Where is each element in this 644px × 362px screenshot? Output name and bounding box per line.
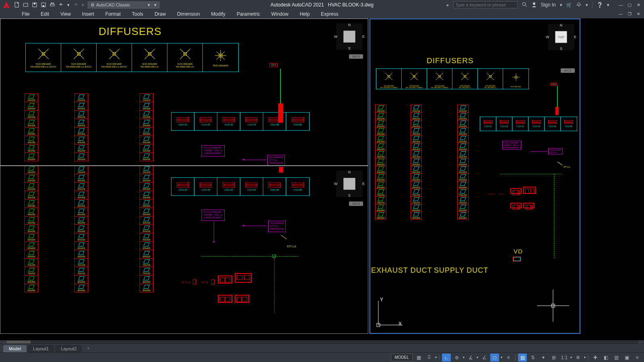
duct-column-r2: 150x150200x200250x250300x300350x350400x4…	[411, 105, 422, 219]
annotation-monitor-icon[interactable]: ◧	[601, 354, 610, 362]
ef-unit	[235, 273, 252, 283]
duct-column-3b: 150x150200x200250x250300x300350x350400x4…	[140, 166, 153, 292]
lineweight-icon[interactable]: ≡	[504, 354, 513, 362]
diffusers-heading: DIFFUSERS	[427, 56, 474, 65]
wcs-badge[interactable]: WCS	[349, 202, 363, 206]
menu-draw[interactable]: Draw	[149, 10, 171, 18]
search-icon[interactable]	[522, 2, 527, 8]
flow-label: 677 L/s	[287, 245, 296, 248]
quickprops-icon[interactable]: ▣	[622, 354, 631, 362]
gear-icon[interactable]: ✲	[574, 354, 582, 362]
save-icon[interactable]	[31, 2, 38, 8]
wcs-badge[interactable]: WCS	[349, 54, 363, 59]
tab-layout1[interactable]: Layout1	[27, 345, 54, 352]
osnap2-icon[interactable]: □	[490, 354, 499, 362]
transparency-icon[interactable]: ▤	[518, 354, 527, 362]
duct-column-3: 150x150200x200250x250300x300350x350400x4…	[140, 93, 153, 161]
user-icon[interactable]	[531, 2, 537, 8]
minimize-icon[interactable]: —	[617, 2, 625, 8]
menu-parametric[interactable]: Parametric	[231, 10, 266, 18]
sr-annotation: SR 800X250677 L/s	[548, 148, 563, 154]
undo-dropdown-icon[interactable]: ▾	[67, 2, 70, 8]
svg-rect-4	[43, 5, 44, 7]
customize-icon[interactable]: ≡	[633, 354, 642, 362]
viewport-top-left[interactable]: DIFFUSERS SCD 600x600NS #200-000 L/s EAC…	[0, 19, 368, 166]
duct-column-r1: 150x150200x200250x250300x300350x350400x4…	[375, 105, 386, 219]
open-icon[interactable]	[23, 2, 29, 8]
menu-edit[interactable]: Edit	[35, 10, 55, 18]
duct-column-r3: 150x150200x200250x250300x300350x350400x4…	[457, 105, 469, 219]
help-icon[interactable]: ❔	[597, 2, 603, 8]
redo-dropdown-icon[interactable]: ▾	[81, 2, 85, 8]
menu-format[interactable]: Format	[100, 10, 126, 18]
duct-line	[280, 69, 281, 105]
menu-window[interactable]: Window	[266, 10, 294, 18]
units-icon[interactable]: ▥	[612, 354, 621, 362]
svg-line-8	[525, 5, 527, 7]
workspace-selector[interactable]: ⚙ AutoCAD Classic ▾ ▾	[88, 2, 159, 8]
tab-layout2[interactable]: Layout2	[55, 345, 82, 352]
new-icon[interactable]	[14, 2, 20, 8]
app-logo[interactable]	[2, 0, 11, 10]
menu-tools[interactable]: Tools	[126, 10, 149, 18]
diffuser-table: SCD 600x600NS #200-000 L/s EACH SCD 600x…	[376, 68, 529, 89]
tab-model[interactable]: Model	[3, 345, 27, 352]
menu-express[interactable]: Express	[315, 10, 344, 18]
annotation-box: 6 SCD 600X600NS#350 - 322 L/s4 RCD 600X6…	[202, 210, 225, 221]
duct-column-1: 150x150200x200250x250300x300350x350400x4…	[25, 93, 38, 161]
3dosnap-icon[interactable]: ✦	[539, 354, 548, 362]
isodraft-icon[interactable]: ∡	[466, 354, 475, 362]
redo-icon[interactable]	[72, 2, 79, 8]
supply-duct-label: SUPPLY DUCT	[434, 266, 488, 275]
add-layout-button[interactable]: ＋	[83, 344, 94, 352]
viewcube[interactable]: NSEW	[335, 22, 364, 51]
drawing-area[interactable]: DIFFUSERS SCD 600x600NS #200-000 L/s EAC…	[0, 19, 644, 340]
snap-icon[interactable]: ⠿	[425, 354, 433, 362]
ortho-icon[interactable]: ∟	[442, 354, 451, 362]
polar-icon[interactable]: ⊕	[452, 354, 461, 362]
doc-restore-icon[interactable]: ❐	[625, 11, 634, 17]
menu-view[interactable]: View	[55, 10, 76, 18]
doc-close-icon[interactable]: ✕	[634, 11, 642, 17]
diffuser-cell: SCD 600x600NS #250-000 L/s EACH	[61, 43, 97, 72]
menu-dimension[interactable]: Dimension	[171, 10, 206, 18]
workspace-menu-icon[interactable]: ▾	[154, 2, 157, 8]
viewport-right[interactable]: DIFFUSERS SCD 600x600NS #200-000 L/s EAC…	[369, 19, 580, 334]
status-model[interactable]: MODEL	[391, 354, 413, 361]
svg-point-7	[522, 2, 526, 6]
grid-icon[interactable]: ▦	[414, 354, 423, 362]
wcs-badge[interactable]: WCS	[561, 68, 575, 73]
maximize-icon[interactable]: ▢	[625, 2, 634, 8]
diffuser-cell: RCD 600x600	[203, 43, 238, 72]
menu-modify[interactable]: Modify	[206, 10, 231, 18]
app-switcher-icon[interactable]	[576, 2, 582, 8]
saveas-icon[interactable]	[40, 2, 47, 8]
sign-in-dropdown-icon[interactable]: ▾	[560, 2, 562, 8]
close-icon[interactable]: ✕	[634, 2, 642, 8]
cycling-icon[interactable]: ⇅	[528, 354, 537, 362]
search-play-icon[interactable]: ▸	[447, 2, 449, 8]
viewcube[interactable]: NSEW	[335, 169, 364, 198]
osnap-icon[interactable]: ∠	[480, 354, 489, 362]
dyninput-icon[interactable]: ⊞	[549, 354, 558, 362]
sr-annotation: SR 800X250677 L/sRR 800X250	[267, 155, 285, 166]
vd-label: VD	[514, 248, 523, 255]
menu-insert[interactable]: Insert	[76, 10, 100, 18]
print-icon[interactable]	[49, 2, 56, 8]
viewcube[interactable]: TOPNSEW	[547, 23, 576, 51]
cart-icon[interactable]: 🛒	[566, 2, 572, 8]
ccd-table: CCD-20 CCD-28 CCD-32 CCD-39 CCD-48 CCD-8…	[480, 117, 577, 131]
viewport-bottom-left[interactable]: 150x150200x200250x250300x300350x350400x4…	[0, 166, 368, 334]
search-input[interactable]	[453, 1, 518, 8]
menu-file[interactable]: File	[16, 10, 35, 18]
sign-in-link[interactable]: Sign In	[541, 2, 556, 8]
workspace-switch-icon[interactable]: ✚	[591, 354, 600, 362]
annoscale-label[interactable]: 1:1	[560, 354, 569, 362]
svg-rect-6	[51, 3, 54, 4]
app-switcher-dropdown[interactable]: ▾	[586, 2, 588, 8]
undo-icon[interactable]	[58, 2, 64, 8]
help-dropdown-icon[interactable]: ▾	[607, 2, 609, 8]
quick-access-toolbar: ▾ ▾	[14, 2, 85, 8]
menu-help[interactable]: Help	[294, 10, 316, 18]
doc-minimize-icon[interactable]: —	[617, 11, 625, 17]
